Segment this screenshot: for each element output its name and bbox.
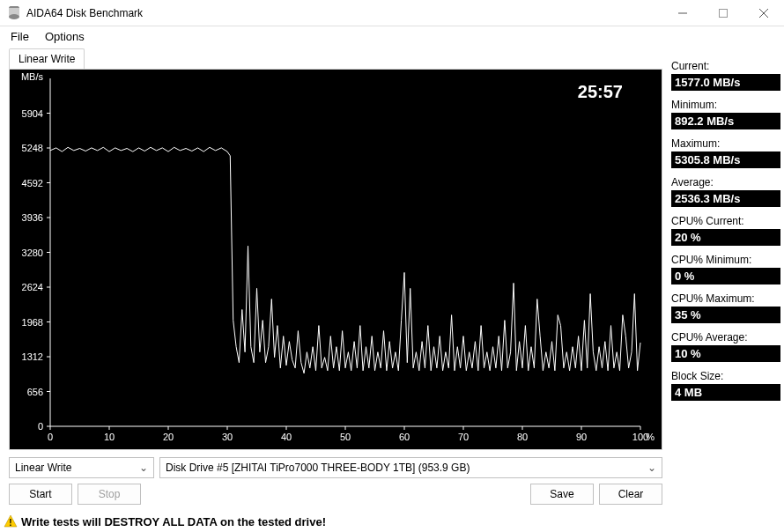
svg-text:5248: 5248	[22, 143, 43, 153]
minimize-button[interactable]	[662, 0, 703, 26]
stat-minimum-label: Minimum:	[671, 99, 780, 111]
tab-linear-write[interactable]: Linear Write	[9, 48, 85, 69]
svg-text:1312: 1312	[22, 351, 43, 362]
svg-text:10: 10	[104, 432, 115, 442]
stat-average-label: Average:	[671, 176, 780, 188]
svg-text:25:57: 25:57	[578, 82, 623, 101]
menu-options[interactable]: Options	[45, 30, 85, 43]
stat-maximum-value: 5305.8 MB/s	[671, 151, 780, 168]
maximize-button[interactable]	[703, 0, 743, 26]
svg-text:0: 0	[38, 421, 43, 432]
warning-bar: ! Write tests will DESTROY ALL DATA on t…	[4, 513, 780, 530]
svg-text:70: 70	[458, 432, 469, 442]
app-icon	[7, 6, 21, 20]
stat-cpu-average-label: CPU% Average:	[671, 331, 780, 344]
svg-rect-2	[720, 9, 728, 17]
warning-text: Write tests will DESTROY ALL DATA on the…	[21, 515, 326, 528]
svg-text:50: 50	[340, 432, 351, 442]
svg-text:1968: 1968	[22, 317, 43, 328]
svg-text:30: 30	[222, 432, 233, 442]
close-button[interactable]	[743, 0, 784, 26]
stat-cpu-average-value: 10 %	[671, 345, 780, 362]
tab-label: Linear Write	[18, 53, 75, 65]
window-title: AIDA64 Disk Benchmark	[26, 7, 143, 19]
svg-text:5904: 5904	[22, 108, 43, 119]
svg-rect-5	[10, 70, 662, 449]
svg-text:656: 656	[27, 387, 43, 397]
stat-block-value: 4 MB	[671, 384, 780, 401]
stat-cpu-maximum-label: CPU% Maximum:	[671, 292, 780, 305]
chevron-down-icon: ⌄	[139, 462, 148, 474]
chart-area: 065613121968262432803936459252485904MB/s…	[9, 69, 662, 450]
svg-text:!: !	[9, 518, 11, 528]
svg-text:2624: 2624	[22, 282, 43, 292]
stat-cpu-current-value: 20 %	[671, 229, 780, 246]
save-button[interactable]: Save	[530, 484, 594, 505]
stat-maximum-label: Maximum:	[671, 137, 780, 150]
svg-text:0: 0	[48, 432, 53, 442]
svg-text:3280: 3280	[22, 248, 43, 258]
titlebar: AIDA64 Disk Benchmark	[0, 0, 784, 26]
stat-cpu-maximum-value: 35 %	[671, 307, 780, 323]
menu-file[interactable]: File	[11, 30, 29, 43]
stat-cpu-minimum-label: CPU% Minimum:	[671, 254, 780, 266]
svg-text:60: 60	[399, 432, 410, 442]
stat-cpu-current-label: CPU% Current:	[671, 215, 780, 227]
menu-bar: File Options	[0, 26, 784, 48]
svg-text:MB/s: MB/s	[21, 71, 44, 82]
stat-current-value: 1577.0 MB/s	[671, 74, 780, 91]
clear-button[interactable]: Clear	[599, 484, 662, 505]
svg-text:20: 20	[163, 432, 174, 442]
svg-text:3936: 3936	[22, 212, 43, 223]
warning-icon: !	[4, 514, 18, 528]
chevron-down-icon: ⌄	[647, 462, 656, 474]
stat-current-label: Current:	[671, 60, 780, 72]
start-button[interactable]: Start	[9, 484, 72, 505]
svg-text:4592: 4592	[22, 178, 43, 188]
stat-minimum-value: 892.2 MB/s	[671, 113, 780, 129]
drive-select[interactable]: Disk Drive #5 [ZHITAI TiPro7000 THREE-BO…	[159, 457, 662, 478]
svg-text:%: %	[646, 432, 655, 442]
svg-text:40: 40	[281, 432, 292, 442]
mode-select[interactable]: Linear Write ⌄	[9, 457, 154, 478]
stat-average-value: 2536.3 MB/s	[671, 190, 780, 207]
svg-text:80: 80	[517, 432, 528, 442]
stat-block-label: Block Size:	[671, 370, 780, 382]
stats-panel: Current: 1577.0 MB/s Minimum: 892.2 MB/s…	[671, 48, 784, 510]
benchmark-chart: 065613121968262432803936459252485904MB/s…	[10, 70, 662, 449]
stop-button[interactable]: Stop	[78, 484, 141, 505]
svg-text:90: 90	[576, 432, 587, 442]
mode-select-value: Linear Write	[15, 462, 71, 474]
stat-cpu-minimum-value: 0 %	[671, 268, 780, 284]
drive-select-value: Disk Drive #5 [ZHITAI TiPro7000 THREE-BO…	[166, 462, 470, 474]
